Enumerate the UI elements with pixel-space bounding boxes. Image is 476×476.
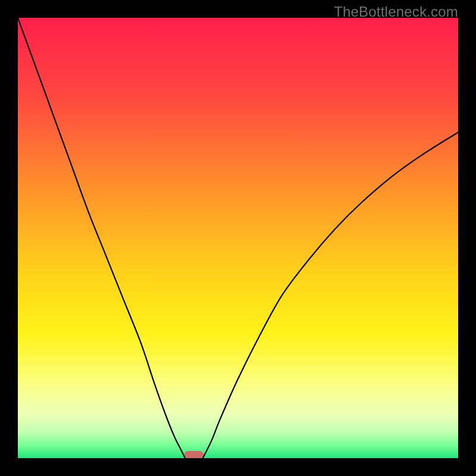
vertex-marker	[184, 451, 203, 458]
curve-layer	[18, 18, 458, 458]
plot-area	[18, 18, 458, 458]
chart-frame: TheBottleneck.com	[0, 0, 476, 476]
bottleneck-curve-left	[18, 18, 185, 458]
bottleneck-curve-right	[203, 132, 458, 458]
